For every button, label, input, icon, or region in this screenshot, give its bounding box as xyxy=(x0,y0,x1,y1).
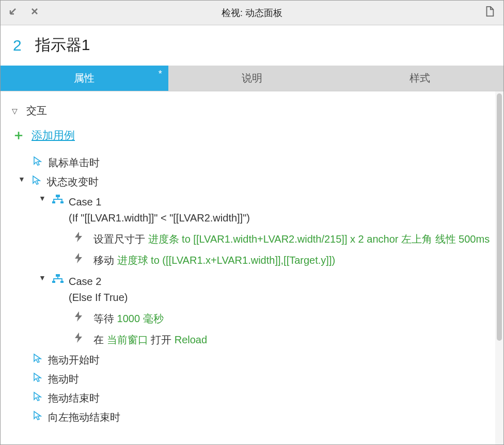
case-name: Case 1 xyxy=(69,196,101,208)
chevron-down-icon[interactable]: ▼ xyxy=(38,194,47,202)
inspector-panel: 检视: 动态面板 2 指示器1 属性 * 说明 样式 ▽ 交互 ＋ 添加用例 xyxy=(0,0,504,445)
action-pre: 设置尺寸于 xyxy=(93,233,148,245)
event-drag-end[interactable]: 拖动结束时 xyxy=(8,389,496,408)
add-case-link[interactable]: 添加用例 xyxy=(32,128,75,142)
tab-label: 说明 xyxy=(242,71,262,85)
object-name: 指示器1 xyxy=(35,35,90,56)
svg-rect-9 xyxy=(60,281,64,283)
bolt-icon xyxy=(74,332,83,346)
event-label: 状态改变时 xyxy=(47,175,99,189)
action-green: 1000 毫秒 xyxy=(117,313,164,324)
cursor-icon xyxy=(33,156,43,169)
panel-body: ▽ 交互 ＋ 添加用例 鼠标单击时 ▼ 状态改变时 xyxy=(1,91,503,444)
event-label: 拖动开始时 xyxy=(48,353,100,367)
event-label: 拖动时 xyxy=(48,372,79,386)
action-text: 设置尺寸于 进度条 to [[LVAR1.width+LVAR2.width/2… xyxy=(88,231,496,247)
svg-marker-13 xyxy=(34,373,41,382)
svg-marker-6 xyxy=(75,253,82,263)
action-wait[interactable]: 等待 1000 毫秒 xyxy=(8,308,496,329)
document-icon[interactable] xyxy=(484,6,495,20)
svg-rect-4 xyxy=(60,201,64,203)
window-title: 检视: 动态面板 xyxy=(1,7,503,19)
event-label: 拖动结束时 xyxy=(48,391,100,405)
action-green: 进度条 to [[LVAR1.width+LVAR2.width/215]] x… xyxy=(148,233,490,245)
event-drag-start[interactable]: 拖动开始时 xyxy=(8,351,496,370)
action-text: 在 当前窗口 打开 Reload xyxy=(88,332,496,348)
svg-marker-12 xyxy=(34,354,41,362)
action-pre: 等待 xyxy=(93,313,117,324)
tab-properties[interactable]: 属性 * xyxy=(1,66,168,91)
svg-marker-10 xyxy=(75,311,82,322)
action-green: 进度球 to ([[LVAR1.x+LVAR1.width]],[[Target… xyxy=(117,255,336,266)
event-drag[interactable]: 拖动时 xyxy=(8,370,496,389)
tab-style[interactable]: 样式 xyxy=(336,66,503,91)
close-icon[interactable] xyxy=(30,7,39,18)
chevron-down-icon[interactable]: ▼ xyxy=(17,175,26,183)
event-label: 鼠标单击时 xyxy=(48,156,100,170)
t: 在 xyxy=(93,334,107,345)
svg-rect-2 xyxy=(56,195,60,197)
t: 当前窗口 xyxy=(107,334,148,345)
case-icon xyxy=(52,194,64,206)
object-header: 2 指示器1 xyxy=(1,25,503,66)
svg-rect-7 xyxy=(56,274,60,277)
tab-label: 属性 xyxy=(74,71,94,85)
cursor-icon xyxy=(33,391,43,404)
action-text: 移动 进度球 to ([[LVAR1.x+LVAR1.width]],[[Tar… xyxy=(88,252,496,268)
case-1[interactable]: ▼ Case 1 (If "[[LVAR1.width]]" < "[[LVAR… xyxy=(8,192,496,229)
tab-description[interactable]: 说明 xyxy=(168,66,336,91)
panel-content: ▽ 交互 ＋ 添加用例 鼠标单击时 ▼ 状态改变时 xyxy=(1,91,503,444)
action-move[interactable]: 移动 进度球 to ([[LVAR1.x+LVAR1.width]],[[Tar… xyxy=(8,250,496,271)
bolt-icon xyxy=(74,311,83,325)
plus-icon: ＋ xyxy=(12,126,25,144)
case-condition: (If "[[LVAR1.width]]" < "[[LVAR2.width]]… xyxy=(69,212,250,224)
titlebar-left xyxy=(9,7,39,18)
titlebar: 检视: 动态面板 xyxy=(1,1,503,25)
svg-marker-15 xyxy=(34,411,41,420)
cursor-icon xyxy=(33,410,43,423)
event-label: 向左拖动结束时 xyxy=(48,410,120,424)
case-text: Case 1 (If "[[LVAR1.width]]" < "[[LVAR2.… xyxy=(69,194,496,226)
t: Reload xyxy=(175,334,207,345)
chevron-down-icon[interactable]: ▽ xyxy=(10,107,19,115)
cursor-icon xyxy=(32,175,42,188)
bolt-icon xyxy=(74,231,83,245)
svg-rect-8 xyxy=(52,281,55,283)
case-text: Case 2 (Else If True) xyxy=(69,274,496,306)
cursor-icon xyxy=(33,353,43,366)
section-label: 交互 xyxy=(26,104,47,118)
tab-label: 样式 xyxy=(410,71,430,85)
event-state-change[interactable]: ▼ 状态改变时 xyxy=(8,172,496,192)
event-swipe-left-end[interactable]: 向左拖动结束时 xyxy=(8,408,496,427)
cursor-icon xyxy=(33,372,43,385)
case-2[interactable]: ▼ Case 2 (Else If True) xyxy=(8,271,496,308)
chevron-down-icon[interactable]: ▼ xyxy=(38,274,47,282)
case-condition: (Else If True) xyxy=(69,292,128,303)
action-set-size[interactable]: 设置尺寸于 进度条 to [[LVAR1.width+LVAR2.width/2… xyxy=(8,229,496,250)
svg-marker-5 xyxy=(75,232,82,242)
case-name: Case 2 xyxy=(69,276,101,287)
tabs: 属性 * 说明 样式 xyxy=(1,66,503,91)
svg-marker-0 xyxy=(34,157,41,165)
action-text: 等待 1000 毫秒 xyxy=(88,311,496,327)
object-count: 2 xyxy=(13,37,22,54)
action-pre: 移动 xyxy=(93,255,117,266)
svg-marker-1 xyxy=(33,176,40,184)
interactions-section[interactable]: ▽ 交互 xyxy=(8,101,496,121)
t: 打开 xyxy=(148,334,175,345)
case-icon xyxy=(52,274,64,285)
action-open-reload[interactable]: 在 当前窗口 打开 Reload xyxy=(8,329,496,351)
svg-marker-11 xyxy=(75,332,82,343)
dirty-indicator: * xyxy=(159,69,162,80)
svg-rect-3 xyxy=(52,201,55,203)
svg-marker-14 xyxy=(34,392,41,401)
add-case-row[interactable]: ＋ 添加用例 xyxy=(8,121,496,153)
scrollbar[interactable] xyxy=(495,91,503,444)
bolt-icon xyxy=(74,252,83,266)
scrollbar-thumb[interactable] xyxy=(497,93,502,341)
popout-icon[interactable] xyxy=(9,7,17,18)
event-click[interactable]: 鼠标单击时 xyxy=(8,153,496,172)
